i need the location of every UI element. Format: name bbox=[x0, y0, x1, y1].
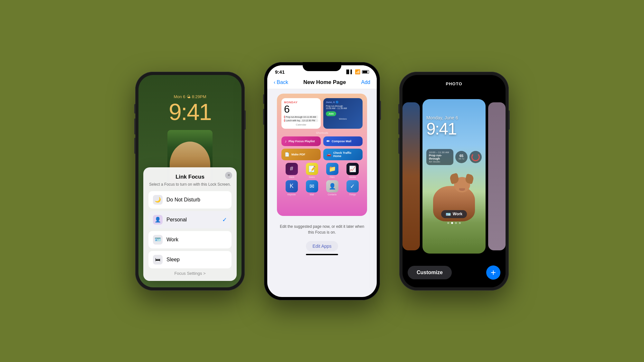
shortcuts-label: Shortcuts bbox=[281, 131, 363, 135]
dot-3[interactable] bbox=[455, 222, 457, 224]
wallpaper-dots bbox=[447, 222, 461, 224]
calendar-widget: MONDAY 6 Prop run-through 10-11:30 AM Lu… bbox=[281, 98, 321, 129]
nav-title: New Home Page bbox=[303, 79, 346, 86]
webex-widget: June, 6 🔵 Prop run-through10:00 AM - 11:… bbox=[323, 98, 363, 129]
work-badge-label: Work bbox=[453, 212, 462, 216]
event-widget: 10:00 – 11:30 AM Prop run-through Art St… bbox=[426, 149, 453, 165]
join-button[interactable]: Join bbox=[326, 111, 336, 116]
focus-item-work[interactable]: 🪪 Work bbox=[148, 231, 232, 248]
do-not-disturb-label: Do Not Disturb bbox=[166, 197, 227, 203]
dot-1[interactable] bbox=[447, 222, 449, 224]
modal-title: Link Focus bbox=[148, 174, 232, 180]
sleep-label: Sleep bbox=[166, 257, 227, 263]
add-button[interactable]: + bbox=[486, 265, 500, 280]
back-chevron-icon: ‹ bbox=[274, 79, 275, 85]
stocks-icon: 📈 bbox=[346, 163, 359, 175]
left-screen: Mon 6 🌤 8:29PM 9:41 ✕ Link Focus Select … bbox=[138, 75, 242, 287]
wallpaper-left[interactable] bbox=[402, 102, 420, 250]
wallpaper-right[interactable] bbox=[488, 102, 506, 250]
slack-label: Slack bbox=[289, 176, 294, 178]
center-notch bbox=[303, 62, 341, 71]
app-files[interactable]: 📁 Files bbox=[326, 163, 338, 178]
shortcut-mail[interactable]: ✏ Compose Mail bbox=[323, 136, 363, 146]
things-icon: ✓ bbox=[346, 180, 359, 192]
dot-2[interactable] bbox=[451, 222, 453, 224]
modal-subtitle: Select a Focus to turn on with this Lock… bbox=[148, 182, 232, 187]
do-not-disturb-icon: 🌙 bbox=[153, 195, 163, 205]
phones-container: Mon 6 🌤 8:29PM 9:41 ✕ Link Focus Select … bbox=[0, 0, 644, 362]
notes-icon: 📝 bbox=[306, 163, 318, 175]
app-mail[interactable]: ✉ Mail bbox=[306, 180, 318, 196]
cal-day: 6 bbox=[284, 104, 318, 114]
app-notes[interactable]: 📝 Notes bbox=[306, 163, 318, 178]
app-things[interactable]: ✓ Things bbox=[346, 180, 359, 196]
activity-ring bbox=[471, 153, 480, 161]
customize-button[interactable]: Customize bbox=[408, 266, 452, 279]
wallpaper-center[interactable]: Monday, June 6 9:41 10:00 – 11:30 AM Pro… bbox=[422, 99, 486, 254]
focus-settings-link[interactable]: Focus Settings > bbox=[148, 271, 232, 276]
shortcut-music[interactable]: ♪ Play Focus Playlist bbox=[281, 136, 321, 146]
home-page-preview: MONDAY 6 Prop run-through 10-11:30 AM Lu… bbox=[277, 94, 367, 216]
event-title: Prop run-through bbox=[429, 154, 451, 160]
app-keynote[interactable]: K Keynote bbox=[286, 180, 298, 196]
widget-row-1: MONDAY 6 Prop run-through 10-11:30 AM Lu… bbox=[281, 98, 363, 129]
contacts-icon: 👤 bbox=[326, 180, 338, 192]
traffic-icon: 🚗 bbox=[327, 152, 331, 157]
mail-label: Mail bbox=[310, 193, 314, 196]
bottom-bar: Customize + bbox=[402, 261, 506, 287]
things-label: Things bbox=[349, 193, 356, 196]
cal-event-2: Lunch with Ivy... 12-12:30 PM bbox=[284, 119, 318, 122]
shortcut-pdf[interactable]: 📄 Make PDF bbox=[281, 149, 321, 160]
calendar-label: Calendar bbox=[284, 123, 318, 126]
dog-nose bbox=[459, 188, 465, 191]
pdf-icon: 📄 bbox=[285, 152, 289, 157]
center-screen: 9:41 ▐▌▌ 📶 ‹ Back bbox=[267, 65, 377, 297]
music-icon: ♪ bbox=[285, 139, 287, 144]
slack-icon: # bbox=[286, 163, 298, 175]
edit-apps-button[interactable]: Edit Apps bbox=[306, 241, 338, 251]
app-icons-row-2: K Keynote ✉ Mail 👤 Contacts ✓ bbox=[281, 180, 363, 196]
signal-icon: ▐▌▌ bbox=[345, 70, 353, 74]
status-icons: ▐▌▌ 📶 bbox=[345, 69, 369, 74]
webex-label: Webex bbox=[326, 117, 360, 120]
shortcut-pdf-label: Make PDF bbox=[291, 153, 305, 156]
back-button[interactable]: ‹ Back bbox=[274, 79, 288, 85]
modal-close-button[interactable]: ✕ bbox=[225, 172, 232, 179]
lockscreen-time: 9:41 bbox=[145, 100, 235, 124]
personal-label: Personal bbox=[166, 217, 222, 223]
event-sub: Art Studio bbox=[429, 160, 451, 163]
app-stocks[interactable]: 📈 Stocks bbox=[346, 163, 359, 178]
iphone-left: Mon 6 🌤 8:29PM 9:41 ✕ Link Focus Select … bbox=[135, 72, 245, 291]
shortcut-mail-label: Compose Mail bbox=[332, 140, 351, 143]
right-screen: PHOTO bbox=[402, 75, 506, 287]
keynote-icon: K bbox=[286, 180, 298, 192]
battery-icon bbox=[362, 70, 369, 74]
mail-compose-icon: ✏ bbox=[327, 139, 330, 144]
sleep-icon: 🛏 bbox=[153, 255, 163, 265]
temp-value: 65 bbox=[459, 154, 463, 158]
personal-checkmark: ✓ bbox=[222, 216, 227, 223]
photo-label: PHOTO bbox=[446, 81, 462, 86]
shortcut-traffic[interactable]: 🚗 Check Traffic Home bbox=[323, 149, 363, 160]
work-label: Work bbox=[166, 237, 227, 243]
focus-item-personal[interactable]: 👤 Personal ✓ bbox=[148, 211, 232, 228]
home-indicator bbox=[306, 254, 338, 255]
focus-item-do-not-disturb[interactable]: 🌙 Do Not Disturb bbox=[148, 191, 232, 209]
cal-event-1: Prop run-through 10-11:30 AM bbox=[284, 116, 318, 118]
activity-widget bbox=[469, 151, 482, 163]
temp-widget: 65 55 72 bbox=[455, 151, 468, 163]
app-contacts[interactable]: 👤 Contacts bbox=[326, 180, 338, 196]
files-label: Files bbox=[330, 176, 335, 178]
dot-4[interactable] bbox=[459, 222, 461, 224]
cal-events: Prop run-through 10-11:30 AM Lunch with … bbox=[284, 116, 318, 122]
app-slack[interactable]: # Slack bbox=[286, 163, 298, 178]
notes-label: Notes bbox=[309, 176, 315, 178]
wallpaper-carousel: Monday, June 6 9:41 10:00 – 11:30 AM Pro… bbox=[402, 91, 506, 262]
keynote-label: Keynote bbox=[288, 193, 296, 196]
wifi-icon: 📶 bbox=[355, 69, 360, 74]
wallpaper-time: 9:41 bbox=[426, 120, 482, 137]
app-icons-row-1: # Slack 📝 Notes 📁 Files 📈 bbox=[281, 163, 363, 178]
add-button[interactable]: Add bbox=[361, 79, 370, 85]
stocks-label: Stocks bbox=[349, 176, 356, 178]
focus-item-sleep[interactable]: 🛏 Sleep bbox=[148, 251, 232, 268]
